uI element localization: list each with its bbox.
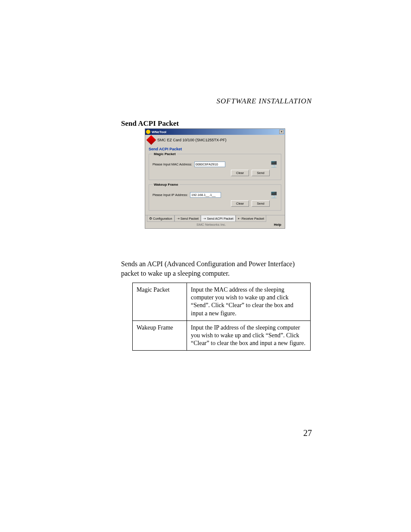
- cell-desc: Input the IP address of the sleeping com…: [187, 320, 311, 351]
- send-icon: ⇢: [177, 217, 180, 221]
- legend-wakeup-frame: Wakeup Frame: [153, 183, 180, 187]
- screenshot: WNeTool × SMC EZ Card 10/100 (SMC1255TX-…: [145, 128, 285, 256]
- send-button[interactable]: Send: [252, 170, 270, 176]
- group-magic-packet: Magic Packet Please Input MAC Address: 🖥…: [149, 154, 281, 180]
- company-label: SMC Networks Inc.: [149, 223, 274, 227]
- gear-icon: ⚙: [149, 217, 152, 221]
- cell-name: Magic Packet: [133, 283, 187, 321]
- table-row: Magic Packet Input the MAC address of th…: [133, 283, 311, 321]
- label-ip: Please Input IP Address:: [153, 193, 188, 197]
- cell-desc: Input the MAC address of the sleeping co…: [187, 283, 311, 321]
- tab-label: Configuration: [153, 217, 172, 221]
- help-button[interactable]: Help: [274, 223, 281, 227]
- app-icon: [146, 130, 150, 134]
- legend-magic-packet: Magic Packet: [153, 152, 177, 156]
- label-mac: Please Input MAC Address:: [153, 162, 192, 166]
- computer-icon: 🖥️: [270, 192, 277, 198]
- window-title: WNeTool: [152, 130, 166, 134]
- tab-label: Send ACPI Packet: [207, 217, 234, 221]
- tab-send-acpi[interactable]: ⇢ Send ACPI Packet: [201, 215, 236, 222]
- app-window: WNeTool × SMC EZ Card 10/100 (SMC1255TX-…: [145, 128, 285, 229]
- page-number: 27: [303, 428, 312, 438]
- receive-icon: ⇠: [238, 217, 241, 221]
- computer-icon: 🖥️: [270, 161, 277, 167]
- tab-bar: ⚙ Configuration ⇢ Send Packet ⇢ Send ACP…: [145, 215, 285, 222]
- tab-configuration[interactable]: ⚙ Configuration: [147, 215, 174, 222]
- send-button[interactable]: Send: [252, 200, 270, 207]
- cell-name: Wakeup Frame: [133, 320, 187, 351]
- tab-send-packet[interactable]: ⇢ Send Packet: [174, 215, 201, 222]
- input-mac[interactable]: [194, 162, 225, 167]
- description-table: Magic Packet Input the MAC address of th…: [132, 283, 311, 351]
- section-header: SOFTWARE INSTALLATION: [217, 97, 312, 106]
- heading-send-acpi: Send ACPI Packet: [121, 119, 179, 128]
- close-button[interactable]: ×: [279, 130, 284, 134]
- card-header: SMC EZ Card 10/100 (SMC1255TX-PF): [145, 135, 285, 146]
- tab-label: Send Packet: [181, 217, 199, 221]
- tab-receive-packet[interactable]: ⇠ Receive Packet: [236, 215, 266, 222]
- smc-logo-icon: [146, 135, 156, 145]
- card-title: SMC EZ Card 10/100 (SMC1255TX-PF): [157, 138, 227, 142]
- table-row: Wakeup Frame Input the IP address of the…: [133, 320, 311, 351]
- panel-title: Send ACPI Packet: [149, 147, 281, 151]
- status-bar: SMC Networks Inc. Help: [145, 222, 285, 228]
- input-ip[interactable]: [190, 192, 221, 198]
- clear-button[interactable]: Clear: [231, 200, 249, 207]
- titlebar: WNeTool ×: [145, 129, 285, 135]
- body-paragraph: Sends an ACPI (Advanced Configuration an…: [121, 259, 313, 278]
- clear-button[interactable]: Clear: [231, 170, 249, 176]
- tab-label: Receive Packet: [242, 217, 264, 221]
- acpi-icon: ⇢: [203, 217, 206, 221]
- group-wakeup-frame: Wakeup Frame Please Input IP Address: 🖥️…: [149, 184, 281, 211]
- document-page: SOFTWARE INSTALLATION Send ACPI Packet W…: [0, 0, 411, 532]
